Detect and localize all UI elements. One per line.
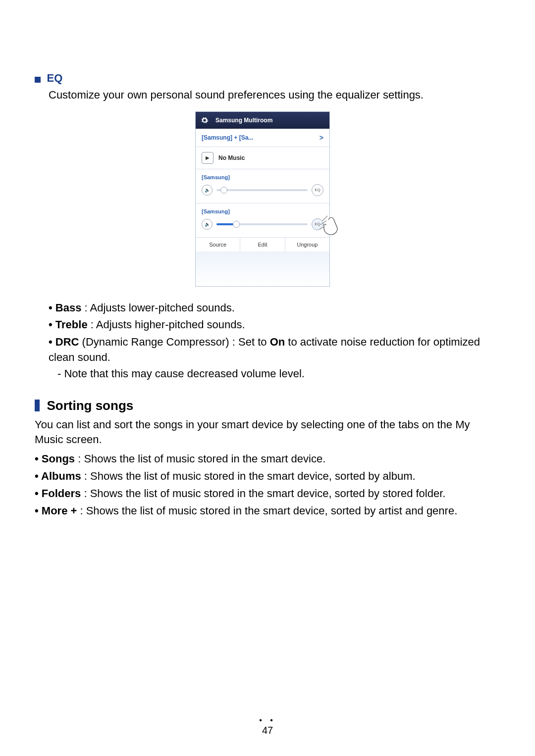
bullet-drc: DRC (Dynamic Range Compressor) : Set to …	[49, 335, 490, 365]
page-footer: • • 47	[0, 716, 535, 736]
speaker-name: [Samsung]	[202, 174, 323, 180]
now-playing-label: No Music	[218, 154, 245, 161]
eq-bullet-list: Bass : Adjusts lower-pitched sounds. Tre…	[49, 301, 490, 365]
square-bullet-icon	[35, 77, 41, 83]
speaker-block-1: [Samsung] 🔈 EQ	[196, 169, 329, 203]
speaker-name: [Samsung]	[202, 208, 323, 214]
app-title: Samsung Multiroom	[215, 117, 272, 124]
bullet-albums: Albums : Shows the list of music stored …	[35, 469, 490, 484]
volume-icon[interactable]: 🔈	[202, 219, 213, 230]
fill-bullet-icon	[35, 400, 40, 411]
sorting-title: Sorting songs	[47, 398, 133, 413]
sorting-bullet-list: Songs : Shows the list of music stored i…	[35, 452, 490, 518]
now-playing[interactable]: ▶ No Music	[196, 147, 329, 169]
sorting-heading: Sorting songs	[35, 398, 490, 413]
footer-dots-icon: • •	[0, 716, 535, 725]
play-icon: ▶	[202, 152, 214, 164]
eq-title: EQ	[47, 72, 62, 84]
drc-note: - Note that this may cause decreased vol…	[57, 367, 490, 380]
speaker-block-2: [Samsung] 🔈 EQ	[196, 203, 329, 237]
app-header: Samsung Multiroom	[196, 112, 329, 129]
room-selector[interactable]: [Samsung] + [Sa... >	[196, 129, 329, 147]
volume-slider[interactable]	[216, 223, 308, 225]
tap-finger-icon	[318, 211, 345, 239]
gear-icon	[201, 116, 209, 124]
bullet-folders: Folders : Shows the list of music stored…	[35, 486, 490, 502]
bullet-treble: Treble : Adjusts higher-pitched sounds.	[49, 317, 490, 333]
bullet-songs: Songs : Shows the list of music stored i…	[35, 452, 490, 467]
edit-button[interactable]: Edit	[240, 238, 285, 252]
bullet-bass: Bass : Adjusts lower-pitched sounds.	[49, 301, 490, 316]
volume-icon[interactable]: 🔈	[202, 185, 213, 196]
room-label: [Samsung] + [Sa...	[202, 134, 253, 141]
eq-button[interactable]: EQ	[312, 184, 323, 196]
action-buttons: Source Edit Ungroup	[196, 237, 329, 252]
sorting-description: You can list and sort the songs in your …	[35, 417, 490, 447]
ungroup-button[interactable]: Ungroup	[285, 238, 329, 252]
chevron-right-icon: >	[320, 134, 323, 142]
eq-heading: EQ	[35, 72, 490, 85]
page-number: 47	[0, 725, 535, 736]
eq-description: Customize your own personal sound prefer…	[49, 88, 490, 102]
phone-screenshot: Samsung Multiroom [Samsung] + [Sa... > ▶…	[35, 111, 490, 287]
source-button[interactable]: Source	[196, 238, 240, 252]
volume-slider[interactable]	[216, 189, 308, 191]
phone-footer	[196, 252, 329, 286]
bullet-more: More + : Shows the list of music stored …	[35, 504, 490, 519]
